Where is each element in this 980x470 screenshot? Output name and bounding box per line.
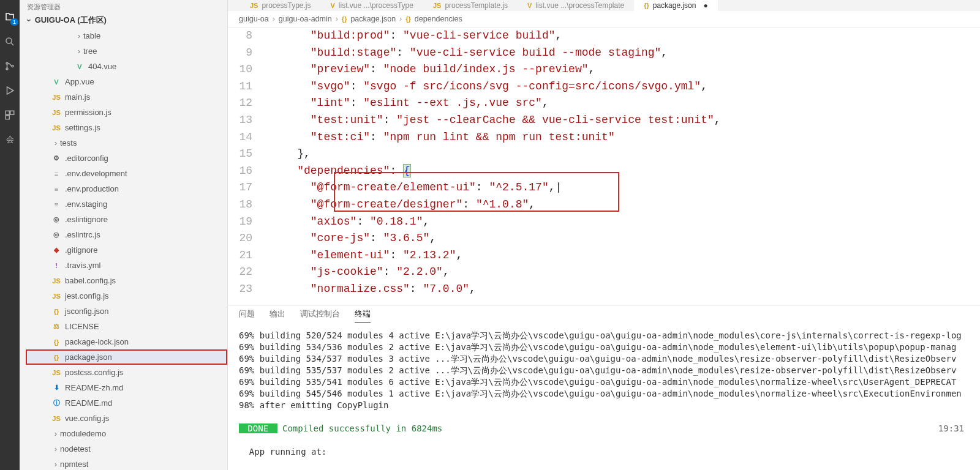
- panel-tab-debug[interactable]: 调试控制台: [300, 309, 340, 323]
- svg-rect-8: [6, 116, 9, 119]
- js-icon: JS: [51, 369, 61, 376]
- editor-tab[interactable]: Vlist.vue ...\processType: [321, 0, 423, 11]
- js-icon: JS: [51, 293, 61, 300]
- svg-rect-7: [10, 111, 14, 114]
- badge: 1: [10, 18, 18, 26]
- workspace-label[interactable]: GUIGU-OA (工作区): [20, 12, 227, 28]
- file-item[interactable]: ◎.eslintignore: [26, 212, 227, 227]
- file-item[interactable]: JSjest.config.js: [26, 288, 227, 304]
- terminal-time: 19:31: [938, 423, 964, 435]
- file-item[interactable]: ◎.eslintrc.js: [26, 227, 227, 242]
- file-item[interactable]: JSpermission.js: [26, 105, 227, 120]
- file-item[interactable]: VApp.vue: [26, 74, 227, 89]
- panel-tab-output[interactable]: 输出: [270, 309, 285, 323]
- source-control-icon[interactable]: [1, 58, 18, 75]
- file-item[interactable]: JSsettings.js: [26, 120, 227, 135]
- terminal-output[interactable]: 69% building 520/524 modules 4 active E:…: [228, 323, 980, 470]
- svg-rect-6: [6, 111, 9, 114]
- file-icon: {}: [644, 2, 649, 9]
- editor-main: JSprocessType.jsVlist.vue ...\processTyp…: [228, 0, 980, 470]
- vue-icon: V: [51, 78, 61, 86]
- file-item[interactable]: JSmain.js: [26, 89, 227, 105]
- svg-line-1: [11, 43, 13, 45]
- code-editor[interactable]: 891011121314151617181920212223 "build:pr…: [228, 28, 980, 305]
- editor-tab[interactable]: JSprocessType.js: [240, 0, 321, 11]
- line-gutter: 891011121314151617181920212223: [228, 28, 265, 305]
- config-icon: ≡: [51, 185, 61, 193]
- file-item[interactable]: V404.vue: [26, 59, 227, 74]
- folder-item[interactable]: ›table: [26, 28, 227, 43]
- file-item[interactable]: {}package.json: [26, 349, 227, 365]
- editor-tab[interactable]: Vlist.vue ...\processTemplate: [518, 0, 634, 11]
- bottom-panel: 问题 输出 调试控制台 终端 69% building 520/524 modu…: [228, 305, 980, 470]
- chevron-right-icon: ›: [51, 429, 60, 438]
- panel-tabs: 问题 输出 调试控制台 终端: [228, 305, 980, 323]
- ed-icon: ⚙: [51, 154, 61, 162]
- done-message: Compiled successfully in 6824ms: [277, 423, 443, 433]
- activity-bar: 1 会: [0, 0, 20, 470]
- chevron-right-icon: ›: [51, 138, 60, 147]
- bc-key: dependencies: [415, 15, 462, 23]
- extensions-icon[interactable]: [1, 106, 18, 124]
- folder-item[interactable]: ›moduledemo: [26, 426, 227, 441]
- folder-item[interactable]: ›tests: [26, 135, 227, 151]
- yml-icon: !: [51, 262, 61, 269]
- panel-tab-terminal[interactable]: 终端: [355, 309, 371, 323]
- svg-point-2: [6, 62, 8, 64]
- file-item[interactable]: ≡.env.development: [26, 166, 227, 181]
- code-content[interactable]: "build:prod": "vue-cli-service build", "…: [265, 28, 980, 305]
- file-item[interactable]: {}jsconfig.json: [26, 304, 227, 319]
- explorer-icon[interactable]: 1: [1, 9, 18, 26]
- ed-icon: ◎: [51, 231, 61, 239]
- git-icon: ◆: [51, 246, 61, 254]
- chevron-right-icon: ›: [75, 31, 83, 40]
- search-icon[interactable]: [1, 33, 18, 50]
- file-item[interactable]: JSpostcss.config.js: [26, 365, 227, 380]
- sidebar-title: 资源管理器: [20, 0, 227, 12]
- vue-icon: V: [75, 63, 85, 70]
- readme-icon: ⬇: [51, 384, 61, 392]
- file-item[interactable]: !.travis.yml: [26, 258, 227, 273]
- file-item[interactable]: JSvue.config.js: [26, 411, 227, 426]
- json-icon: {}: [51, 308, 61, 315]
- file-item[interactable]: ≡.env.staging: [26, 196, 227, 212]
- file-tree: ›table›treeV404.vueVApp.vueJSmain.jsJSpe…: [20, 28, 227, 470]
- bc-file: package.json: [350, 15, 396, 23]
- js-icon: JS: [51, 109, 61, 116]
- license-icon: ⚖: [51, 323, 61, 330]
- file-item[interactable]: ◆.gitignore: [26, 242, 227, 258]
- file-item[interactable]: ⬇README-zh.md: [26, 380, 227, 395]
- file-item[interactable]: ≡.env.production: [26, 181, 227, 196]
- config-icon: ≡: [51, 170, 61, 177]
- editor-tab[interactable]: JSprocessTemplate.js: [423, 0, 518, 11]
- svg-point-4: [12, 65, 13, 67]
- file-item[interactable]: ⓘREADME.md: [26, 395, 227, 411]
- chevron-right-icon: ›: [51, 460, 60, 469]
- json-icon: {}: [51, 354, 61, 361]
- tongyi-icon[interactable]: 会: [1, 131, 18, 148]
- folder-item[interactable]: ›nodetest: [26, 441, 227, 457]
- breadcrumb[interactable]: guigu-oa› guigu-oa-admin› {} package.jso…: [228, 11, 980, 28]
- folder-item[interactable]: ›npmtest: [26, 457, 227, 470]
- tab-modified-icon: ●: [703, 1, 707, 10]
- folder-item[interactable]: ›tree: [26, 43, 227, 59]
- js-icon: JS: [51, 94, 61, 101]
- editor-tabs: JSprocessType.jsVlist.vue ...\processTyp…: [228, 0, 980, 11]
- file-item[interactable]: ⚖LICENSE: [26, 319, 227, 334]
- panel-tab-problems[interactable]: 问题: [239, 309, 255, 323]
- file-item[interactable]: ⚙.editorconfig: [26, 151, 227, 166]
- file-icon: JS: [250, 2, 258, 9]
- config-icon: ≡: [51, 201, 61, 208]
- json-icon: {}: [51, 338, 61, 346]
- editor-tab[interactable]: {}package.json●: [634, 0, 718, 11]
- file-icon: JS: [433, 2, 441, 9]
- file-item[interactable]: JSbabel.config.js: [26, 273, 227, 288]
- file-item[interactable]: {}package-lock.json: [26, 334, 227, 349]
- done-badge: DONE: [239, 423, 277, 433]
- file-icon: V: [331, 2, 335, 9]
- file-icon: V: [527, 2, 532, 9]
- chevron-right-icon: ›: [51, 444, 60, 453]
- svg-point-0: [6, 38, 12, 43]
- run-debug-icon[interactable]: [1, 82, 18, 99]
- ed-icon: ◎: [51, 215, 61, 223]
